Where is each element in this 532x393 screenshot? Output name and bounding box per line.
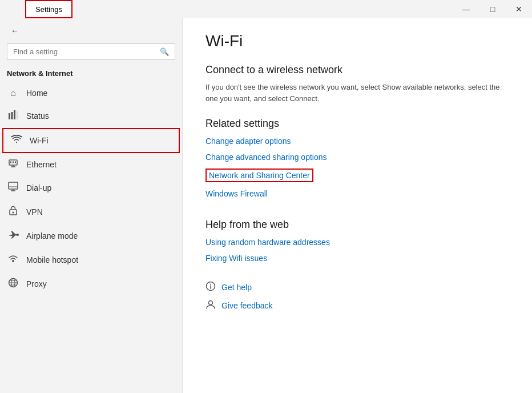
- sidebar-item-vpn[interactable]: VPN: [0, 200, 182, 224]
- search-icon: 🔍: [160, 47, 169, 56]
- sidebar-item-vpn-label: VPN: [26, 207, 43, 216]
- sidebar-item-proxy-label: Proxy: [26, 279, 47, 288]
- settings-tab[interactable]: Settings: [25, 0, 72, 18]
- svg-rect-7: [10, 162, 11, 163]
- network-internet-label: Network & Internet: [0, 67, 182, 82]
- hotspot-icon: [7, 254, 19, 266]
- change-sharing-link[interactable]: Change advanced sharing options: [205, 153, 509, 162]
- network-sharing-center-link[interactable]: Network and Sharing Center: [205, 169, 313, 182]
- connect-section-title: Connect to a wireless network: [205, 64, 509, 76]
- svg-point-16: [12, 260, 14, 262]
- get-help-icon: [205, 281, 216, 294]
- sidebar-item-dialup[interactable]: Dial-up: [0, 176, 182, 200]
- connect-description: If you don't see the wireless network yo…: [205, 82, 509, 104]
- related-settings-title: Related settings: [205, 118, 509, 130]
- page-title: Wi-Fi: [205, 32, 509, 50]
- windows-firewall-link[interactable]: Windows Firewall: [205, 189, 509, 198]
- wifi-issues-link[interactable]: Fixing Wifi issues: [205, 254, 509, 263]
- sidebar-top: ←: [0, 18, 182, 43]
- help-section-title: Help from the web: [205, 219, 509, 231]
- sidebar-item-hotspot[interactable]: Mobile hotspot: [0, 248, 182, 272]
- change-adapter-link[interactable]: Change adapter options: [205, 137, 509, 146]
- svg-rect-9: [15, 162, 16, 163]
- hardware-addresses-link[interactable]: Using random hardware addresses: [205, 238, 509, 247]
- sidebar: ← 🔍 Network & Internet ⌂ Home Status: [0, 18, 183, 393]
- sidebar-item-ethernet-label: Ethernet: [26, 160, 57, 169]
- svg-point-25: [209, 301, 213, 305]
- get-help-row[interactable]: Get help: [205, 281, 509, 294]
- sidebar-item-dialup-label: Dial-up: [26, 183, 51, 193]
- sidebar-item-proxy[interactable]: Proxy: [0, 272, 182, 296]
- close-button[interactable]: ✕: [506, 0, 532, 18]
- search-box[interactable]: 🔍: [7, 43, 175, 60]
- home-icon: ⌂: [7, 88, 19, 98]
- title-bar-controls: — □ ✕: [453, 0, 532, 18]
- ethernet-icon: [7, 159, 19, 170]
- sidebar-item-wifi[interactable]: Wi-Fi: [2, 128, 180, 153]
- sidebar-item-airplane[interactable]: Airplane mode: [0, 224, 182, 248]
- sidebar-item-ethernet[interactable]: Ethernet: [0, 153, 182, 176]
- proxy-icon: [7, 278, 19, 290]
- svg-rect-8: [13, 162, 14, 163]
- sidebar-item-wifi-label: Wi-Fi: [30, 136, 49, 145]
- maximize-button[interactable]: □: [479, 0, 506, 18]
- give-feedback-label[interactable]: Give feedback: [221, 301, 273, 310]
- main-content: ← 🔍 Network & Internet ⌂ Home Status: [0, 18, 532, 393]
- svg-point-15: [13, 212, 14, 214]
- minimize-button[interactable]: —: [453, 0, 479, 18]
- search-input[interactable]: [13, 47, 156, 56]
- svg-rect-10: [9, 182, 18, 189]
- wifi-icon: [10, 135, 23, 146]
- dialup-icon: [7, 182, 19, 194]
- airplane-icon: [7, 230, 19, 242]
- back-button[interactable]: ←: [7, 23, 23, 39]
- svg-rect-1: [11, 112, 13, 119]
- get-help-label[interactable]: Get help: [221, 283, 252, 292]
- title-bar-left: Settings: [0, 0, 72, 18]
- svg-rect-3: [17, 111, 18, 119]
- svg-point-23: [210, 284, 211, 285]
- sidebar-item-status-label: Status: [26, 111, 49, 121]
- svg-rect-0: [9, 113, 10, 119]
- vpn-icon: [7, 206, 19, 218]
- sidebar-item-hotspot-label: Mobile hotspot: [26, 255, 78, 264]
- sidebar-item-airplane-label: Airplane mode: [26, 231, 78, 240]
- sidebar-item-home-label: Home: [26, 89, 47, 98]
- give-feedback-icon: [205, 299, 216, 312]
- give-feedback-row[interactable]: Give feedback: [205, 299, 509, 312]
- title-bar: Settings — □ ✕: [0, 0, 532, 18]
- right-panel: Wi-Fi Connect to a wireless network If y…: [183, 18, 532, 393]
- sidebar-item-home[interactable]: ⌂ Home: [0, 82, 182, 104]
- sidebar-item-status[interactable]: Status: [0, 104, 182, 128]
- status-icon: [7, 110, 19, 122]
- svg-rect-2: [14, 110, 15, 119]
